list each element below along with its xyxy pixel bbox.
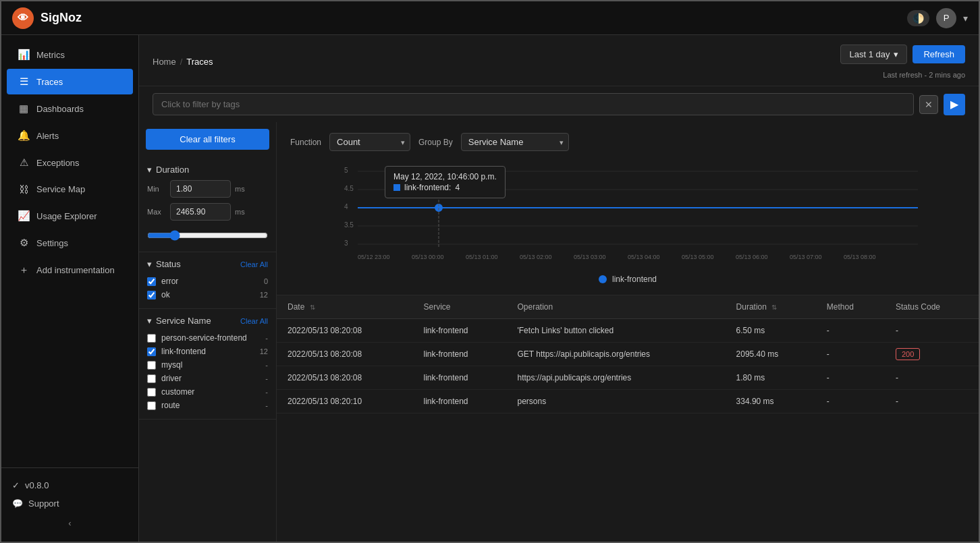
time-range-select[interactable]: Last 1 day ▾ [840,45,907,64]
col-status-code: Status Code [885,295,979,319]
service-driver[interactable]: driver - [147,372,268,385]
main-layout: 📊 Metrics ☰ Traces ▦ Dashboards 🔔 Alerts… [1,35,979,542]
service-name-clear-button[interactable]: Clear All [240,317,268,325]
duration-min-row: Min ms [147,180,268,198]
sidebar-bottom: ✓ v0.8.0 💬 Support ‹ [1,467,138,542]
service-customer[interactable]: customer - [147,385,268,399]
group-by-select[interactable]: Service Name [461,133,569,151]
filter-section-duration: ▾ Duration Min ms Max ms [139,158,276,252]
row-status-code: 200 [885,343,979,366]
service-lf-label: link-frontend [161,347,249,356]
service-route-label: route [161,401,249,410]
date-sort-icon[interactable]: ⇅ [310,304,315,311]
service-psf-label: person-service-frontend [161,333,249,343]
service-psf-checkbox[interactable] [147,334,156,343]
service-mysql[interactable]: mysql - [147,358,268,372]
status-error-label: error [161,277,249,286]
sidebar-item-label: Metrics [36,50,65,60]
chart-area: Function Count Group By Service Name [277,122,979,295]
service-route-checkbox[interactable] [147,401,156,410]
legend-dot [599,275,607,283]
filter-go-button[interactable]: ▶ [944,94,965,115]
sidebar-item-add-instrumentation[interactable]: ＋ Add instrumentation [7,257,133,283]
duration-section-header[interactable]: ▾ Duration [147,165,268,175]
svg-text:05/13 05:00: 05/13 05:00 [682,254,714,260]
svg-text:3: 3 [344,239,348,247]
service-psf-count: - [254,334,268,342]
service-route[interactable]: route - [147,399,268,412]
status-clear-button[interactable]: Clear All [240,260,268,268]
status-ok-item[interactable]: ok 12 [147,288,268,302]
refresh-button[interactable]: Refresh [913,45,965,63]
sidebar: 📊 Metrics ☰ Traces ▦ Dashboards 🔔 Alerts… [1,35,139,542]
sidebar-item-settings[interactable]: ⚙ Settings [7,230,133,256]
content-header: Home / Traces Last 1 day ▾ Refresh Last … [139,35,979,86]
support-item[interactable]: 💬 Support [12,494,128,513]
sidebar-item-metrics[interactable]: 📊 Metrics [7,42,133,67]
filter-bar: ✕ ▶ [139,86,979,122]
user-menu-button[interactable]: ▾ [963,13,968,24]
tag-filter-input[interactable] [153,93,914,115]
row-method: - [816,319,885,343]
service-driver-checkbox[interactable] [147,374,156,383]
header-right: Last 1 day ▾ Refresh Last refresh - 2 mi… [840,45,965,79]
duration-min-input[interactable] [170,180,231,198]
version-label: v0.8.0 [25,480,49,490]
service-map-icon: ⛓ [18,183,30,195]
row-date: 2022/05/13 08:20:08 [277,366,412,390]
sidebar-item-label: Dashboards [36,104,84,114]
table-row[interactable]: 2022/05/13 08:20:08 link-frontend 'Fetch… [277,319,979,343]
chart-svg-container: 5 4.5 4 3.5 3 [290,159,965,269]
duration-sort-icon[interactable]: ⇅ [771,304,777,311]
breadcrumb-current: Traces [186,57,213,67]
table-row[interactable]: 2022/05/13 08:20:08 link-frontend GET ht… [277,343,979,366]
svg-text:3.5: 3.5 [344,221,354,229]
svg-text:05/13 02:00: 05/13 02:00 [520,254,552,260]
service-link-frontend[interactable]: link-frontend 12 [147,345,268,358]
function-select[interactable]: Count [329,133,410,151]
body-split: Clear all filters ▾ Duration Min [139,122,979,542]
sidebar-item-service-map[interactable]: ⛓ Service Map [7,177,133,202]
sidebar-item-dashboards[interactable]: ▦ Dashboards [7,96,133,121]
status-title: ▾ Status [147,259,181,269]
max-unit: ms [235,208,245,216]
header-controls: Last 1 day ▾ Refresh [840,45,965,64]
clear-all-filters-button[interactable]: Clear all filters [146,129,269,150]
row-status-code: - [885,390,979,413]
duration-label: Duration [156,165,189,175]
chart-legend: link-frontend [290,275,965,284]
row-operation: GET https://api.publicapis.org/entries [507,343,726,366]
service-name-section-header[interactable]: ▾ Service Name Clear All [147,316,268,326]
sidebar-item-usage-explorer[interactable]: 📈 Usage Explorer [7,203,133,229]
status-section-header[interactable]: ▾ Status Clear All [147,259,268,269]
filter-input-row: ✕ ▶ [153,93,965,115]
row-status-code: - [885,319,979,343]
sidebar-item-exceptions[interactable]: ⚠ Exceptions [7,150,133,175]
sidebar-collapse-button[interactable]: ‹ [12,513,128,534]
table-row[interactable]: 2022/05/13 08:20:08 link-frontend https:… [277,366,979,390]
status-ok-checkbox[interactable] [147,291,156,299]
row-operation: https://api.publicapis.org/entries [507,366,726,390]
duration-max-input[interactable] [170,203,231,221]
sidebar-item-traces[interactable]: ☰ Traces [7,69,133,94]
min-label: Min [147,185,166,193]
duration-range-slider[interactable] [147,230,268,241]
sidebar-item-alerts[interactable]: 🔔 Alerts [7,123,133,148]
service-person-service-frontend[interactable]: person-service-frontend - [147,331,268,345]
col-method: Method [816,295,885,319]
chevron-icon: ▾ [147,259,152,269]
service-customer-checkbox[interactable] [147,388,156,397]
status-error-item[interactable]: error 0 [147,275,268,288]
table-row[interactable]: 2022/05/13 08:20:10 link-frontend person… [277,390,979,413]
service-mysql-checkbox[interactable] [147,361,156,370]
svg-text:05/13 07:00: 05/13 07:00 [790,254,822,260]
service-lf-checkbox[interactable] [147,347,156,356]
traces-table: Date ⇅ Service Operation Duration ⇅ Meth… [277,295,979,413]
row-duration: 2095.40 ms [726,343,816,366]
status-error-checkbox[interactable] [147,277,156,286]
dashboards-icon: ▦ [18,103,30,115]
theme-toggle-button[interactable]: 🌓 [907,10,929,26]
filter-clear-button[interactable]: ✕ [919,95,938,114]
avatar[interactable]: P [936,8,956,28]
breadcrumb-home[interactable]: Home [153,57,176,67]
